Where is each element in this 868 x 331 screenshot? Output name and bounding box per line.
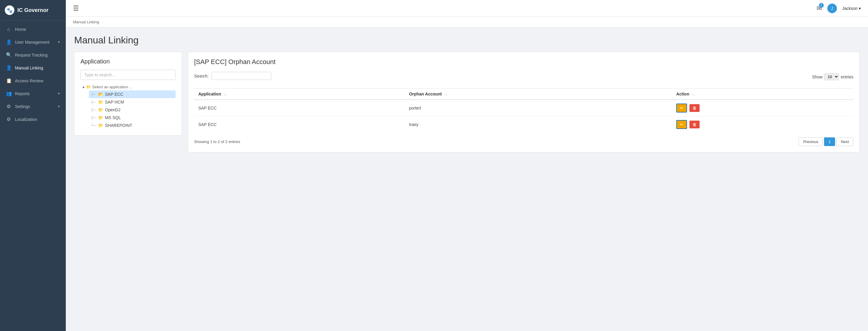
request-tracking-icon: 🔍 xyxy=(6,52,11,58)
logo-icon: 🐾 xyxy=(5,5,14,15)
folder-icon: 📂 xyxy=(98,92,103,97)
sidebar-item-user-management[interactable]: 👤 User Management ▾ xyxy=(0,36,66,49)
tree-item-label: SAP HCM xyxy=(105,100,124,104)
sidebar-item-settings[interactable]: ⚙ Settings ▾ xyxy=(0,100,66,113)
breadcrumb: Manual Linking xyxy=(66,17,868,28)
application-panel: Application ▸ 📁 Select an application ..… xyxy=(74,52,182,136)
sort-icon: ↑↓ xyxy=(223,92,227,96)
col-action[interactable]: Action ↑↓ xyxy=(672,89,854,100)
table-footer: Showing 1 to 2 of 2 entries Previous 1 N… xyxy=(194,138,854,146)
sidebar-logo: 🐾 IC Governor xyxy=(0,0,66,21)
tree-item-opendj[interactable]: ├─ 📁 OpenDJ xyxy=(89,106,176,114)
app-title: IC Governor xyxy=(17,7,49,13)
mail-button[interactable]: ✉ 1 xyxy=(816,4,822,12)
page-title: Manual Linking xyxy=(74,35,860,46)
orphan-search-row: Search: xyxy=(194,72,271,80)
tree-item-sap-hcm[interactable]: ├─ 📁 SAP HCM xyxy=(89,98,176,106)
tree-collapse-icon: ▸ xyxy=(83,85,85,89)
manual-linking-icon: 👤 xyxy=(6,65,11,71)
folder-icon: 📁 xyxy=(98,115,103,120)
delete-button[interactable]: 🗑 xyxy=(689,121,700,128)
settings-icon: ⚙ xyxy=(6,103,11,109)
sidebar-item-label: Localization xyxy=(15,117,37,122)
chevron-down-icon: ▾ xyxy=(58,92,60,95)
search-label: Search: xyxy=(194,73,209,79)
tree-item-ms-sql[interactable]: ├─ 📁 MS SQL xyxy=(89,114,176,121)
folder-icon: 📁 xyxy=(98,100,103,104)
show-entries-select[interactable]: 10 25 50 xyxy=(824,73,839,80)
sidebar-item-label: Settings xyxy=(15,104,30,109)
chevron-down-icon: ▾ xyxy=(58,104,60,108)
tree-item-label: OpenDJ xyxy=(105,108,120,112)
app-search-input[interactable] xyxy=(81,70,176,80)
sidebar-item-label: Request Tracking xyxy=(15,53,48,57)
application-panel-heading: Application xyxy=(81,58,176,65)
pagination: Previous 1 Next xyxy=(799,138,854,146)
app-search-wrap xyxy=(81,70,176,80)
hamburger-menu-button[interactable]: ☰ xyxy=(73,4,79,12)
home-icon: ⌂ xyxy=(6,27,11,32)
sidebar-item-label: Reports xyxy=(15,91,30,96)
localization-icon: ⚙ xyxy=(6,116,11,122)
cell-orphan-account: traey xyxy=(405,116,672,133)
mail-badge: 1 xyxy=(819,3,824,8)
cell-orphan-account: porterl xyxy=(405,100,672,116)
cell-application: SAP ECC xyxy=(194,116,405,133)
cards-row: Application ▸ 📁 Select an application ..… xyxy=(74,52,860,152)
sort-icon: ↑↓ xyxy=(444,92,447,96)
sidebar-item-reports[interactable]: 👥 Reports ▾ xyxy=(0,87,66,100)
next-button[interactable]: Next xyxy=(836,138,854,146)
table-row: SAP ECC porterl ✏ 🗑 xyxy=(194,100,854,116)
user-management-icon: 👤 xyxy=(6,39,11,45)
page-1-button[interactable]: 1 xyxy=(824,138,835,146)
sidebar-item-home[interactable]: ⌂ Home xyxy=(0,23,66,36)
tree-children: ├─ 📂 SAP ECC ├─ 📁 SAP HCM ├─ xyxy=(83,90,176,129)
tree-item-label: SAP ECC xyxy=(105,92,123,97)
delete-button[interactable]: 🗑 xyxy=(689,104,700,112)
sort-icon: ↑↓ xyxy=(691,92,695,96)
cell-action: ✏ 🗑 xyxy=(672,116,854,133)
main-area: ☰ ✉ 1 J Jackson ▾ Manual Linking Manual … xyxy=(66,0,868,331)
col-orphan-account[interactable]: Orphan Account ↑↓ xyxy=(405,89,672,100)
user-name[interactable]: Jackson ▾ xyxy=(842,6,861,11)
sidebar-item-access-review[interactable]: 📋 Access Review xyxy=(0,74,66,87)
orphan-search-input[interactable] xyxy=(212,72,271,80)
orphan-panel-heading: [SAP ECC] Orphan Account xyxy=(194,58,854,66)
folder-icon: 📁 xyxy=(98,108,103,112)
edit-button[interactable]: ✏ xyxy=(676,103,687,113)
application-tree: ▸ 📁 Select an application ... ├─ 📂 SAP E… xyxy=(81,85,176,129)
show-label: Show xyxy=(812,74,823,79)
content-area: Manual Linking Manual Linking Applicatio… xyxy=(66,17,868,331)
sidebar-item-label: Access Review xyxy=(15,79,43,83)
sidebar-item-request-tracking[interactable]: 🔍 Request Tracking xyxy=(0,49,66,61)
tree-root-label: ▸ 📁 Select an application ... xyxy=(83,85,176,89)
col-application[interactable]: Application ↑↓ xyxy=(194,89,405,100)
cell-application: SAP ECC xyxy=(194,100,405,116)
sidebar: 🐾 IC Governor ⌂ Home 👤 User Management ▾… xyxy=(0,0,66,331)
access-review-icon: 📋 xyxy=(6,78,11,84)
edit-button[interactable]: ✏ xyxy=(676,120,687,129)
entries-label: entries xyxy=(841,74,854,79)
orphan-table: Application ↑↓ Orphan Account ↑↓ Action … xyxy=(194,88,854,132)
tree-root-icon: 📁 xyxy=(86,85,91,89)
cell-action: ✏ 🗑 xyxy=(672,100,854,116)
chevron-down-icon: ▾ xyxy=(859,6,861,11)
tree-item-label: MS SQL xyxy=(105,115,121,120)
sidebar-item-localization[interactable]: ⚙ Localization xyxy=(0,113,66,126)
showing-text: Showing 1 to 2 of 2 entries xyxy=(194,140,240,144)
tree-item-label: SHAREPOINT xyxy=(105,123,132,128)
page-body: Manual Linking Application ▸ 📁 Select an… xyxy=(66,28,868,159)
table-row: SAP ECC traey ✏ 🗑 xyxy=(194,116,854,133)
previous-button[interactable]: Previous xyxy=(799,138,823,146)
topbar-right: ✉ 1 J Jackson ▾ xyxy=(816,4,861,13)
tree-item-sharepoint[interactable]: └─ 📁 SHAREPOINT xyxy=(89,121,176,129)
reports-icon: 👥 xyxy=(6,91,11,96)
sidebar-item-label: User Management xyxy=(15,40,49,44)
folder-icon: 📁 xyxy=(98,123,103,128)
topbar: ☰ ✉ 1 J Jackson ▾ xyxy=(66,0,868,17)
chevron-down-icon: ▾ xyxy=(58,40,60,44)
sidebar-item-manual-linking[interactable]: 👤 Manual Linking xyxy=(0,61,66,74)
avatar: J xyxy=(827,4,837,13)
tree-item-sap-ecc[interactable]: ├─ 📂 SAP ECC xyxy=(89,90,176,98)
orphan-panel: [SAP ECC] Orphan Account Search: Show 10… xyxy=(188,52,860,152)
